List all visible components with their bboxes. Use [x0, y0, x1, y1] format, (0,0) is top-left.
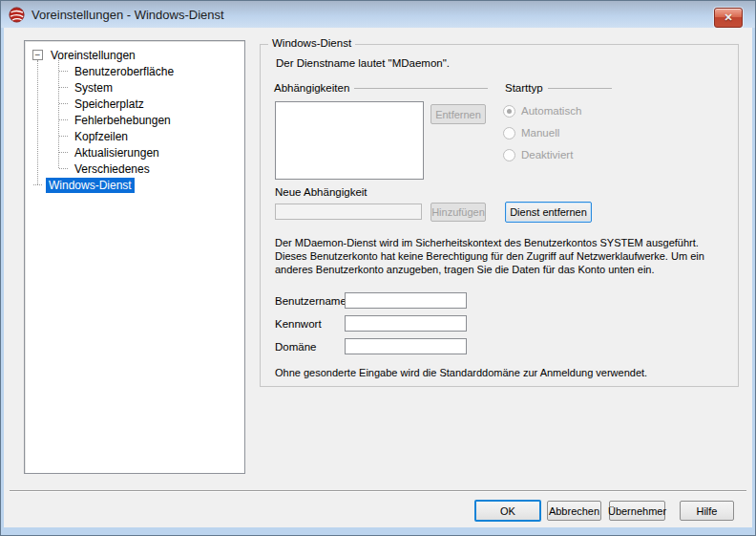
domain-row: Domäne [275, 338, 467, 354]
radio-button-icon [503, 105, 515, 118]
dependencies-listbox[interactable] [275, 101, 424, 180]
username-label: Benutzername [275, 295, 345, 307]
new-dependency-input[interactable] [275, 204, 422, 220]
tree-item-speicherplatz[interactable]: Speicherplatz [25, 96, 147, 112]
domain-label: Domäne [275, 341, 345, 353]
tree-item-label: Voreinstellungen [48, 48, 138, 63]
radio-label: Manuell [521, 127, 559, 139]
tree-item-kopfzeilen[interactable]: Kopfzeilen [25, 128, 131, 144]
new-dependency-label: Neue Abhängigkeit [275, 186, 368, 198]
ok-button[interactable]: OK [474, 500, 541, 522]
tree-connector [59, 71, 68, 72]
tree-item-label: Aktualisierungen [72, 145, 162, 161]
radio-label: Deaktiviert [521, 149, 573, 161]
footer-separator [10, 490, 746, 491]
cancel-button[interactable]: Abbrechen [547, 501, 601, 521]
radio-button-icon [503, 127, 515, 139]
domain-field[interactable] [345, 338, 467, 354]
dialog-client-area: − Voreinstellungen Benutzeroberfläche Sy… [4, 28, 752, 527]
tree-connector [59, 87, 68, 88]
password-label: Kennwort [275, 318, 345, 330]
radio-button-icon [503, 149, 515, 161]
starttype-header-label: Starttyp [505, 82, 543, 94]
tree-item-system[interactable]: System [25, 79, 116, 96]
dependencies-header-label: Abhängigkeiten [274, 82, 349, 94]
header-rule [548, 88, 612, 94]
titlebar: Voreinstellungen - Windows-Dienst ✕ [1, 1, 755, 28]
tree-connector [59, 152, 68, 153]
tree-item-label-selected: Windows-Dienst [46, 178, 135, 193]
password-row: Kennwort [275, 315, 467, 332]
username-field[interactable] [345, 292, 467, 309]
default-domain-note: Ohne gesonderte Eingabe wird die Standar… [275, 367, 647, 378]
tree-connector [59, 119, 68, 120]
service-name-text: Der Dienstname lautet "MDaemon". [276, 57, 450, 69]
tree-item-label: Verschiedenes [72, 161, 153, 177]
remove-dependency-button[interactable]: Entfernen [430, 104, 486, 124]
tree-item-windows-dienst[interactable]: Windows-Dienst [25, 177, 135, 193]
settings-tree-panel: − Voreinstellungen Benutzeroberfläche Sy… [24, 40, 245, 474]
mdaemon-logo-icon [9, 7, 25, 23]
radio-automatisch[interactable]: Automatisch [503, 103, 581, 118]
tree-item-fehlerbehebungen[interactable]: Fehlerbehebungen [25, 112, 174, 128]
collapse-icon[interactable]: − [32, 50, 43, 60]
add-dependency-button[interactable]: Hinzufügen [430, 203, 486, 222]
tree-item-voreinstellungen[interactable]: − Voreinstellungen [25, 47, 138, 63]
settings-tree: − Voreinstellungen Benutzeroberfläche Sy… [25, 41, 244, 47]
dialog-window: Voreinstellungen - Windows-Dienst ✕ − Vo… [0, 0, 756, 536]
starttype-header: Starttyp [505, 82, 612, 94]
account-info-text: Der MDaemon-Dienst wird im Sicherheitsko… [275, 236, 731, 276]
help-button[interactable]: Hilfe [680, 501, 734, 521]
radio-deaktiviert[interactable]: Deaktiviert [503, 147, 573, 162]
tree-connector [59, 136, 68, 137]
tree-item-label: Kopfzeilen [72, 129, 131, 144]
tree-item-label: Fehlerbehebungen [72, 113, 174, 128]
tree-item-verschiedenes[interactable]: Verschiedenes [25, 161, 153, 177]
close-button[interactable]: ✕ [714, 8, 743, 28]
tree-connector [59, 168, 68, 169]
tree-connector [33, 184, 42, 185]
password-field[interactable] [345, 315, 467, 332]
tree-connector [59, 103, 68, 104]
close-icon: ✕ [724, 12, 732, 23]
groupbox-title: Windows-Dienst [268, 37, 355, 49]
tree-item-label: Benutzeroberfläche [72, 64, 177, 79]
dependencies-header: Abhängigkeiten [274, 82, 488, 94]
remove-service-button[interactable]: Dienst entfernen [505, 202, 592, 223]
header-rule [354, 88, 488, 94]
username-row: Benutzername [275, 292, 467, 309]
tree-item-aktualisierungen[interactable]: Aktualisierungen [25, 144, 162, 161]
radio-manuell[interactable]: Manuell [503, 125, 559, 140]
windows-dienst-groupbox: Windows-Dienst Der Dienstname lautet "MD… [260, 44, 739, 387]
radio-label: Automatisch [521, 105, 581, 117]
window-title: Voreinstellungen - Windows-Dienst [32, 8, 224, 22]
apply-button[interactable]: Übernehmer [609, 501, 665, 521]
tree-item-label: System [72, 80, 116, 96]
tree-item-benutzeroberflaeche[interactable]: Benutzeroberfläche [25, 63, 177, 79]
tree-item-label: Speicherplatz [72, 96, 147, 112]
